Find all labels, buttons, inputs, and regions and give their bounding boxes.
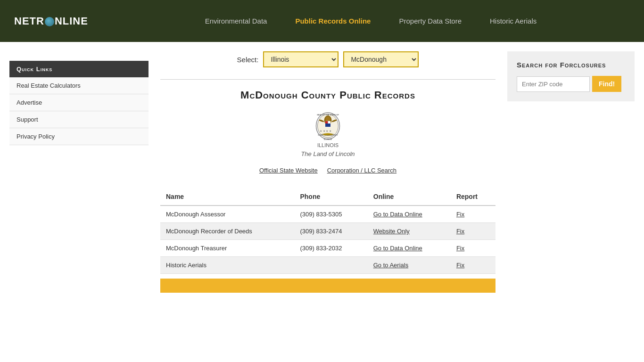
state-select[interactable]: Illinois <box>263 51 339 67</box>
svg-rect-6 <box>328 121 331 123</box>
yellow-bar <box>160 279 495 293</box>
svg-text:SEAL OF THE STATE OF: SEAL OF THE STATE OF <box>317 114 339 116</box>
record-name: McDonough Treasurer <box>160 240 294 257</box>
col-report: Report <box>451 188 495 206</box>
state-label: ILLINOIS <box>160 142 495 148</box>
record-report-link[interactable]: Fix <box>451 240 495 257</box>
quick-links-title: Quick Links <box>9 61 149 77</box>
record-phone: (309) 833-5305 <box>294 206 367 223</box>
svg-text:★ ★ ★ ★: ★ ★ ★ ★ <box>320 130 331 132</box>
foreclosure-form: Find! <box>517 76 625 92</box>
table-row: Historic AerialsGo to AerialsFix <box>160 257 495 274</box>
county-title: McDonough County Public Records <box>160 89 495 101</box>
svg-rect-5 <box>325 121 328 123</box>
illinois-seal-icon: ★ ★ ★ ★ STATE SOVEREIGNTY SEAL OF THE ST… <box>315 111 341 141</box>
nav-property-data-store[interactable]: Property Data Store <box>387 12 473 30</box>
table-row: McDonough Treasurer(309) 833-2032Go to D… <box>160 240 495 257</box>
official-state-website-link[interactable]: Official State Website <box>259 167 318 174</box>
report-anchor[interactable]: Fix <box>456 262 464 269</box>
record-online-link[interactable]: Go to Data Online <box>368 206 451 223</box>
sidebar-privacy-policy[interactable]: Privacy Policy <box>9 128 149 145</box>
sidebar-real-estate-calculators[interactable]: Real Estate Calculators <box>9 77 149 94</box>
nav-environmental-data[interactable]: Environmental Data <box>193 12 279 30</box>
sidebar-advertise[interactable]: Advertise <box>9 94 149 111</box>
record-phone: (309) 833-2032 <box>294 240 367 257</box>
record-online-link[interactable]: Go to Aerials <box>368 257 451 274</box>
center-content: Select: Illinois McDonough McDonough Cou… <box>156 51 500 293</box>
zip-code-input[interactable] <box>517 76 590 92</box>
online-anchor[interactable]: Go to Aerials <box>373 262 408 269</box>
record-report-link[interactable]: Fix <box>451 223 495 240</box>
record-online-link[interactable]: Website Only <box>368 223 451 240</box>
find-button[interactable]: Find! <box>592 76 621 92</box>
record-phone: (309) 833-2474 <box>294 223 367 240</box>
records-table: Name Phone Online Report McDonough Asses… <box>160 188 495 274</box>
record-name: Historic Aerials <box>160 257 294 274</box>
sidebar-support[interactable]: Support <box>9 111 149 128</box>
nav-public-records-online[interactable]: Public Records Online <box>283 12 382 30</box>
state-links: Official State Website Corporation / LLC… <box>160 167 495 174</box>
nav-historic-aerials[interactable]: Historic Aerials <box>478 12 548 30</box>
table-row: McDonough Recorder of Deeds(309) 833-247… <box>160 223 495 240</box>
foreclosure-box: Search for Forclosures Find! <box>507 51 635 101</box>
header: NETRNLINE Environmental Data Public Reco… <box>0 0 644 42</box>
record-online-link[interactable]: Go to Data Online <box>368 240 451 257</box>
online-anchor[interactable]: Website Only <box>373 228 410 235</box>
select-label: Select: <box>237 56 259 64</box>
record-report-link[interactable]: Fix <box>451 257 495 274</box>
state-motto: The Land of Lincoln <box>160 150 495 157</box>
logo[interactable]: NETRNLINE <box>14 15 88 27</box>
report-anchor[interactable]: Fix <box>456 245 464 252</box>
svg-rect-7 <box>325 123 330 127</box>
record-name: McDonough Recorder of Deeds <box>160 223 294 240</box>
left-sidebar: Quick Links Real Estate Calculators Adve… <box>9 61 149 293</box>
col-phone: Phone <box>294 188 367 206</box>
main-nav: Environmental Data Public Records Online… <box>112 12 630 30</box>
select-row: Select: Illinois McDonough <box>160 51 495 67</box>
report-anchor[interactable]: Fix <box>456 228 464 235</box>
state-seal-container: ★ ★ ★ ★ STATE SOVEREIGNTY SEAL OF THE ST… <box>160 111 495 148</box>
col-name: Name <box>160 188 294 206</box>
county-select[interactable]: McDonough <box>343 51 419 67</box>
corporation-llc-search-link[interactable]: Corporation / LLC Search <box>327 167 396 174</box>
record-name: McDonough Assessor <box>160 206 294 223</box>
foreclosure-title: Search for Forclosures <box>517 61 625 69</box>
report-anchor[interactable]: Fix <box>456 211 464 218</box>
col-online: Online <box>368 188 451 206</box>
table-row: McDonough Assessor(309) 833-5305Go to Da… <box>160 206 495 223</box>
main-container: Quick Links Real Estate Calculators Adve… <box>0 42 644 302</box>
svg-text:ILLINOIS: ILLINOIS <box>324 138 332 140</box>
record-report-link[interactable]: Fix <box>451 206 495 223</box>
record-phone <box>294 257 367 274</box>
svg-text:STATE SOVEREIGNTY: STATE SOVEREIGNTY <box>318 134 338 136</box>
online-anchor[interactable]: Go to Data Online <box>373 245 422 252</box>
globe-icon <box>45 17 54 26</box>
right-sidebar: Search for Forclosures Find! <box>507 51 635 293</box>
online-anchor[interactable]: Go to Data Online <box>373 211 422 218</box>
